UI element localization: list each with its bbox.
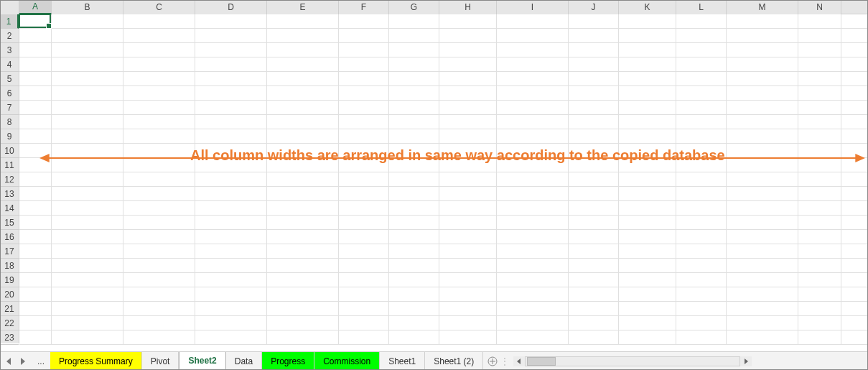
cell[interactable] bbox=[267, 259, 339, 273]
cell[interactable] bbox=[727, 29, 798, 43]
cell[interactable] bbox=[798, 316, 841, 330]
cell[interactable] bbox=[569, 201, 619, 216]
cell[interactable] bbox=[123, 86, 195, 101]
cell[interactable] bbox=[339, 287, 389, 302]
cell[interactable] bbox=[195, 43, 267, 57]
cell[interactable] bbox=[195, 230, 267, 244]
cell[interactable] bbox=[52, 101, 123, 115]
cell[interactable] bbox=[439, 72, 497, 86]
cell[interactable] bbox=[619, 216, 676, 230]
cell[interactable] bbox=[676, 302, 727, 316]
cell[interactable] bbox=[52, 144, 123, 158]
cell[interactable] bbox=[267, 72, 339, 86]
cell[interactable] bbox=[439, 230, 497, 244]
cell[interactable] bbox=[619, 172, 676, 187]
cell[interactable] bbox=[19, 158, 52, 172]
cell[interactable] bbox=[389, 230, 439, 244]
cell[interactable] bbox=[195, 115, 267, 129]
cell[interactable] bbox=[439, 187, 497, 201]
cell[interactable] bbox=[727, 244, 798, 259]
cell[interactable] bbox=[389, 115, 439, 129]
cell[interactable] bbox=[339, 244, 389, 259]
cell[interactable] bbox=[195, 57, 267, 72]
select-all-corner[interactable] bbox=[0, 0, 19, 14]
sheet-tab-sheet1-2-[interactable]: Sheet1 (2) bbox=[425, 352, 483, 370]
cell[interactable] bbox=[569, 230, 619, 244]
cell[interactable] bbox=[798, 29, 841, 43]
cell[interactable] bbox=[619, 29, 676, 43]
tabs-overflow-ellipsis[interactable]: ... bbox=[32, 352, 50, 370]
cell[interactable] bbox=[798, 287, 841, 302]
column-header-M[interactable]: M bbox=[727, 0, 798, 14]
cell[interactable] bbox=[195, 187, 267, 201]
cell[interactable] bbox=[19, 230, 52, 244]
cell[interactable] bbox=[123, 187, 195, 201]
row-header-3[interactable]: 3 bbox=[0, 43, 19, 57]
cell[interactable] bbox=[569, 29, 619, 43]
cell[interactable] bbox=[619, 144, 676, 158]
cell[interactable] bbox=[569, 287, 619, 302]
cell[interactable] bbox=[727, 115, 798, 129]
scroll-left-icon[interactable] bbox=[513, 356, 525, 366]
cell[interactable] bbox=[798, 14, 841, 29]
cell[interactable] bbox=[798, 129, 841, 144]
row-header-18[interactable]: 18 bbox=[0, 259, 19, 273]
cell[interactable] bbox=[727, 287, 798, 302]
horizontal-scrollbar[interactable] bbox=[508, 352, 868, 370]
cell[interactable] bbox=[389, 129, 439, 144]
cell[interactable] bbox=[676, 259, 727, 273]
cell[interactable] bbox=[727, 230, 798, 244]
cell[interactable] bbox=[798, 115, 841, 129]
cell[interactable] bbox=[195, 29, 267, 43]
sheet-tab-progress[interactable]: Progress bbox=[262, 352, 314, 370]
row-header-2[interactable]: 2 bbox=[0, 29, 19, 43]
cell[interactable] bbox=[267, 57, 339, 72]
cell[interactable] bbox=[123, 330, 195, 345]
cell[interactable] bbox=[123, 115, 195, 129]
cell[interactable] bbox=[267, 316, 339, 330]
cell[interactable] bbox=[569, 187, 619, 201]
cell[interactable] bbox=[497, 101, 569, 115]
column-header-N[interactable]: N bbox=[798, 0, 841, 14]
cell[interactable] bbox=[676, 330, 727, 345]
cell[interactable] bbox=[19, 43, 52, 57]
row-header-4[interactable]: 4 bbox=[0, 57, 19, 72]
cell[interactable] bbox=[339, 230, 389, 244]
cell[interactable] bbox=[52, 244, 123, 259]
sheet-tab-sheet2[interactable]: Sheet2 bbox=[179, 352, 225, 370]
cell[interactable] bbox=[569, 302, 619, 316]
cell[interactable] bbox=[267, 216, 339, 230]
cell[interactable] bbox=[195, 86, 267, 101]
cell[interactable] bbox=[439, 43, 497, 57]
cell[interactable] bbox=[497, 129, 569, 144]
cell[interactable] bbox=[389, 29, 439, 43]
row-header-14[interactable]: 14 bbox=[0, 201, 19, 216]
cell[interactable] bbox=[439, 330, 497, 345]
cell[interactable] bbox=[195, 172, 267, 187]
cell[interactable] bbox=[123, 273, 195, 287]
cell[interactable] bbox=[195, 216, 267, 230]
cell[interactable] bbox=[389, 273, 439, 287]
cell[interactable] bbox=[389, 101, 439, 115]
cell[interactable] bbox=[389, 316, 439, 330]
cell[interactable] bbox=[123, 129, 195, 144]
cells-area[interactable]: All column widths are arranged in same w… bbox=[19, 14, 868, 343]
tab-nav-prev-icon[interactable] bbox=[3, 353, 16, 369]
cell[interactable] bbox=[339, 29, 389, 43]
cell[interactable] bbox=[389, 72, 439, 86]
cell[interactable] bbox=[676, 316, 727, 330]
cell[interactable] bbox=[123, 172, 195, 187]
cell[interactable] bbox=[798, 216, 841, 230]
cell[interactable] bbox=[123, 144, 195, 158]
cell[interactable] bbox=[19, 115, 52, 129]
cell[interactable] bbox=[389, 187, 439, 201]
cell[interactable] bbox=[195, 129, 267, 144]
cell[interactable] bbox=[676, 201, 727, 216]
cell[interactable] bbox=[569, 273, 619, 287]
cell[interactable] bbox=[52, 57, 123, 72]
cell[interactable] bbox=[798, 144, 841, 158]
cell[interactable] bbox=[569, 86, 619, 101]
cell[interactable] bbox=[569, 144, 619, 158]
cell[interactable] bbox=[727, 57, 798, 72]
cell[interactable] bbox=[267, 158, 339, 172]
